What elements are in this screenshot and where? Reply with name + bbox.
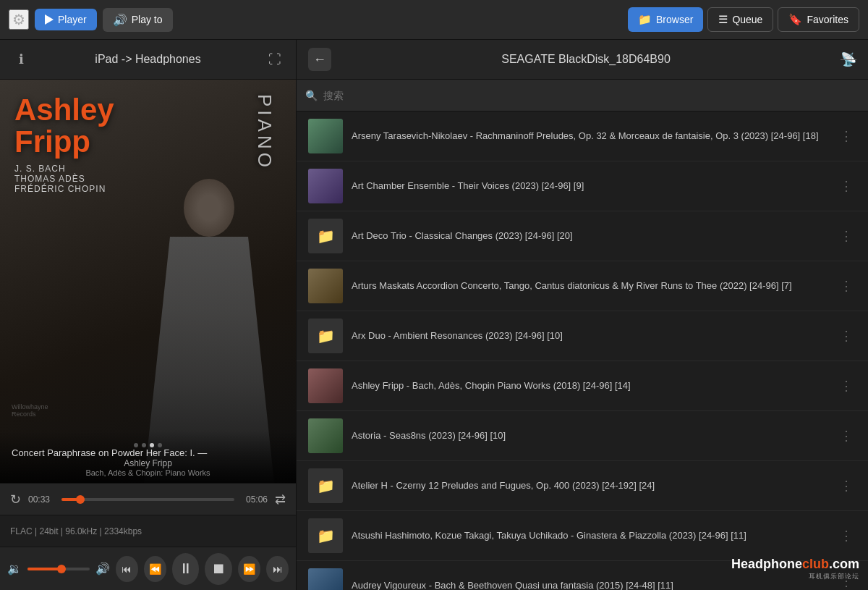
album-thumb [308, 269, 343, 303]
search-icon: 🔍 [305, 90, 318, 101]
favorites-label: Favorites [807, 14, 848, 25]
queue-label: Queue [732, 14, 762, 25]
album-info: Arturs Maskats Accordion Concerto, Tango… [352, 279, 827, 292]
folder-icon: 📁 [317, 477, 335, 494]
main-area: ℹ iPad -> Headphones ⛶ Ashley Fripp [0, 40, 868, 590]
favorites-icon: 🔖 [788, 13, 802, 26]
output-device-title: iPad -> Headphones [95, 53, 200, 66]
album-row[interactable]: 📁 Art Deco Trio - Classical Changes (202… [297, 211, 868, 261]
album-info: Arx Duo - Ambient Resonances (2023) [24-… [352, 329, 827, 342]
cast-icon[interactable]: 📡 [841, 51, 856, 67]
album-thumb [308, 169, 343, 203]
browser-icon: 📁 [638, 13, 652, 26]
right-buttons: 📁 Browser ☰ Queue 🔖 Favorites [628, 7, 859, 32]
volume-fill [27, 568, 61, 570]
left-panel: ℹ iPad -> Headphones ⛶ Ashley Fripp [0, 40, 297, 590]
more-button[interactable]: ⋮ [836, 326, 856, 346]
logo-sub: 耳机俱乐部论坛 [809, 572, 859, 581]
album-art-image: Ashley Fripp J. S. BACH THOMAS ADÈS FRÉD… [0, 80, 296, 483]
album-text-overlay: Ashley Fripp J. S. BACH THOMAS ADÈS FRÉD… [14, 94, 114, 194]
volume-down-icon[interactable]: 🔉 [7, 562, 22, 576]
player-play-icon [45, 14, 54, 25]
album-thumb-placeholder: 📁 [308, 468, 343, 503]
now-playing-overlay: Concert Paraphrase on Powder Her Face: I… [0, 431, 296, 483]
album-info: Art Deco Trio - Classical Changes (2023)… [352, 229, 827, 243]
album-row[interactable]: Astoria - Seas8ns (2023) [24-96] [10] ⋮ [297, 411, 868, 461]
progress-fill [61, 498, 80, 501]
queue-button[interactable]: ☰ Queue [707, 7, 773, 32]
album-row[interactable]: Arturs Maskats Accordion Concerto, Tango… [297, 261, 868, 311]
album-piano-label: PIANO [253, 94, 276, 171]
volume-slider[interactable] [27, 568, 90, 570]
forward-button[interactable]: ⏩ [238, 556, 260, 582]
album-row[interactable]: Ashley Fripp - Bach, Adès, Chopin Piano … [297, 361, 868, 411]
album-info: Ashley Fripp - Bach, Adès, Chopin Piano … [352, 379, 827, 392]
more-button[interactable]: ⋮ [836, 426, 856, 446]
left-header: ℹ iPad -> Headphones ⛶ [0, 40, 296, 80]
album-composer2: THOMAS ADÈS [14, 174, 114, 184]
favorites-button[interactable]: 🔖 Favorites [778, 7, 859, 32]
more-button[interactable]: ⋮ [836, 176, 856, 196]
logo-text-suffix: .com [829, 557, 859, 571]
folder-icon: 📁 [317, 527, 335, 544]
next-end-button[interactable]: ⏭ [266, 556, 289, 582]
more-button[interactable]: ⋮ [836, 276, 856, 296]
album-row[interactable]: Arseny Tarasevich-Nikolaev - Rachmaninof… [297, 111, 868, 161]
volume-up-icon: 🔊 [95, 562, 110, 576]
album-row[interactable]: 📁 Atelier H - Czerny 12 Preludes and Fug… [297, 461, 868, 511]
rewind-button[interactable]: ⏪ [144, 556, 166, 582]
top-toolbar: ⚙ Player 🔊 Play to 📁 Browser ☰ Queue 🔖 F… [0, 0, 868, 40]
stop-button[interactable]: ⏹ [205, 553, 232, 585]
shuffle-icon[interactable]: ⇄ [275, 492, 286, 507]
album-thumb-placeholder: 📁 [308, 219, 343, 253]
more-button[interactable]: ⋮ [836, 526, 856, 546]
album-row[interactable]: 📁 Arx Duo - Ambient Resonances (2023) [2… [297, 311, 868, 361]
format-info: FLAC | 24bit | 96.0kHz | 2334kbps [0, 515, 296, 547]
album-row[interactable]: Art Chamber Ensemble - Their Voices (202… [297, 161, 868, 211]
album-title: Arseny Tarasevich-Nikolaev - Rachmaninof… [352, 130, 827, 143]
logo-text-head: Headphone [731, 557, 802, 571]
info-button[interactable]: ℹ [10, 49, 32, 70]
prev-end-button[interactable]: ⏮ [116, 556, 138, 582]
album-info: Arseny Tarasevich-Nikolaev - Rachmaninof… [352, 130, 827, 143]
time-total: 05:06 [242, 494, 268, 505]
album-artist-line1: Ashley [14, 94, 114, 126]
album-bottom-logo: Willowhayne Records [12, 403, 48, 418]
device-title: SEAGATE BlackDisk_18D64B90 [501, 53, 671, 66]
gear-button[interactable]: ⚙ [9, 9, 29, 30]
more-button[interactable]: ⋮ [836, 376, 856, 396]
repeat-icon[interactable]: ↻ [10, 492, 21, 507]
album-thumb-placeholder: 📁 [308, 518, 343, 553]
right-header: ← SEAGATE BlackDisk_18D64B90 📡 [297, 40, 868, 80]
logo-watermark: Headphoneclub.com 耳机俱乐部论坛 [731, 557, 859, 581]
back-button[interactable]: ← [308, 48, 331, 71]
search-input[interactable] [323, 90, 859, 101]
album-title: Atsushi Hashimoto, Kozue Takagi, Takuya … [352, 529, 827, 542]
album-list: Arseny Tarasevich-Nikolaev - Rachmaninof… [297, 111, 868, 590]
album-thumb-placeholder: 📁 [308, 319, 343, 353]
album-title: Ashley Fripp - Bach, Adès, Chopin Piano … [352, 379, 827, 392]
progress-track[interactable] [61, 498, 234, 501]
more-button[interactable]: ⋮ [836, 476, 856, 496]
album-thumb [308, 368, 343, 403]
progress-area: ↻ 00:33 05:06 ⇄ [0, 483, 296, 515]
album-composer3: FRÉDÉRIC CHOPIN [14, 184, 114, 194]
playto-label: Play to [132, 14, 163, 25]
player-label: Player [58, 14, 87, 25]
player-button[interactable]: Player [35, 9, 97, 30]
queue-icon: ☰ [718, 13, 728, 26]
album-info: Art Chamber Ensemble - Their Voices (202… [352, 180, 827, 193]
more-button[interactable]: ⋮ [836, 226, 856, 246]
album-title: Arturs Maskats Accordion Concerto, Tango… [352, 279, 827, 292]
album-row[interactable]: 📁 Atsushi Hashimoto, Kozue Takagi, Takuy… [297, 511, 868, 561]
progress-thumb [76, 495, 85, 504]
browser-button[interactable]: 📁 Browser [628, 7, 703, 32]
browser-label: Browser [656, 14, 693, 25]
album-title: Arx Duo - Ambient Resonances (2023) [24-… [352, 329, 827, 342]
folder-icon: 📁 [317, 227, 335, 245]
more-button[interactable]: ⋮ [836, 126, 856, 146]
search-bar: 🔍 [297, 80, 868, 111]
playto-button[interactable]: 🔊 Play to [103, 8, 173, 32]
pause-button[interactable]: ⏸ [172, 553, 200, 585]
expand-button[interactable]: ⛶ [264, 49, 286, 70]
